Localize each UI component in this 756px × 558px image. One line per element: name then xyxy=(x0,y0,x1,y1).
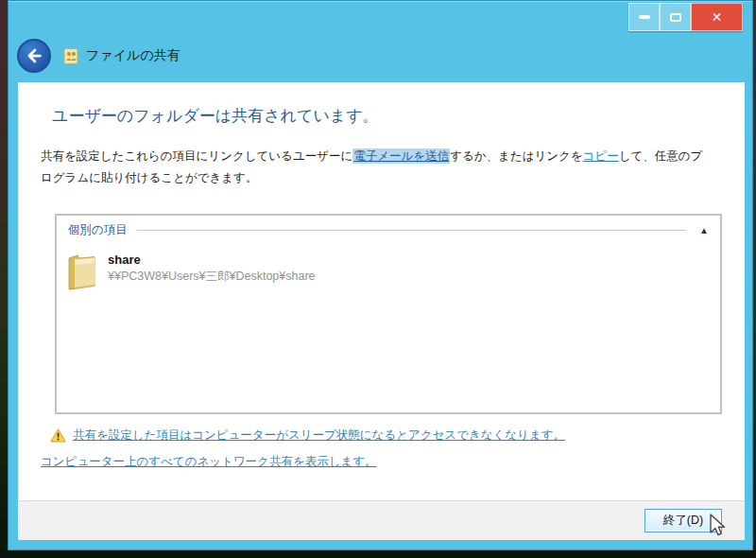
intro-text: 共有を設定したこれらの項目にリンクしているユーザーに電子メールを送信するか、また… xyxy=(41,146,704,189)
groupbox-header: 個別の項目 ▲ xyxy=(57,216,720,238)
shared-folder-name: share xyxy=(108,253,316,268)
intro-text-part1: 共有を設定したこれらの項目にリンクしているユーザーに xyxy=(41,149,352,163)
intro-text-part2: するか、またはリンクを xyxy=(450,149,582,163)
groupbox-label: 個別の項目 xyxy=(68,222,128,238)
send-email-link[interactable]: 電子メールを送信 xyxy=(352,148,450,164)
maximize-icon xyxy=(670,13,681,22)
individual-items-group: 個別の項目 ▲ share ¥¥PC3W8¥Users¥三郎¥Desktop¥s… xyxy=(55,214,722,414)
close-button[interactable]: ✕ xyxy=(691,3,743,31)
sleep-warning-link[interactable]: 共有を設定した項目はコンピューターがスリープ状態になるとアクセスできなくなります… xyxy=(73,427,565,444)
copy-link[interactable]: コピー xyxy=(583,149,619,163)
window-title: ファイルの共有 xyxy=(86,47,180,64)
file-sharing-icon xyxy=(63,47,79,65)
window-header: ファイルの共有 xyxy=(17,39,180,73)
caption-buttons: ✕ xyxy=(628,3,743,31)
shared-folder-path: ¥¥PC3W8¥Users¥三郎¥Desktop¥share xyxy=(108,269,316,285)
page-title: ユーザーのフォルダーは共有されています。 xyxy=(52,105,722,127)
warning-icon xyxy=(50,428,66,443)
shared-folder-text: share ¥¥PC3W8¥Users¥三郎¥Desktop¥share xyxy=(108,253,316,291)
close-icon: ✕ xyxy=(712,9,723,25)
desktop: { "window": { "title": "ファイルの共有", "contr… xyxy=(0,0,756,558)
maximize-button[interactable] xyxy=(660,3,691,31)
back-button[interactable] xyxy=(17,39,51,73)
finish-button[interactable]: 終了(D) xyxy=(644,509,722,532)
dialog-body: ユーザーのフォルダーは共有されています。 共有を設定したこれらの項目にリンクして… xyxy=(18,82,745,540)
minimize-button[interactable] xyxy=(628,3,660,31)
back-arrow-icon xyxy=(24,45,44,66)
collapse-chevron-icon[interactable]: ▲ xyxy=(699,226,709,235)
show-all-shares-link[interactable]: コンピューター上のすべてのネットワーク共有を表示します。 xyxy=(41,455,377,468)
show-all-row: コンピューター上のすべてのネットワーク共有を表示します。 xyxy=(41,452,722,470)
sleep-warning-row: 共有を設定した項目はコンピューターがスリープ状態になるとアクセスできなくなります… xyxy=(50,427,722,444)
groupbox-divider xyxy=(137,230,686,231)
dialog-footer: 終了(D) xyxy=(18,500,745,540)
page-content: ユーザーのフォルダーは共有されています。 共有を設定したこれらの項目にリンクして… xyxy=(18,82,745,500)
shared-folder-item[interactable]: share ¥¥PC3W8¥Users¥三郎¥Desktop¥share xyxy=(57,252,720,291)
minimize-icon xyxy=(639,15,650,19)
file-sharing-window: ✕ ファイルの共有 ユーザーのフォルダーは共有されています。 共有を設定したこれ… xyxy=(8,0,753,550)
folder-icon xyxy=(63,252,99,291)
